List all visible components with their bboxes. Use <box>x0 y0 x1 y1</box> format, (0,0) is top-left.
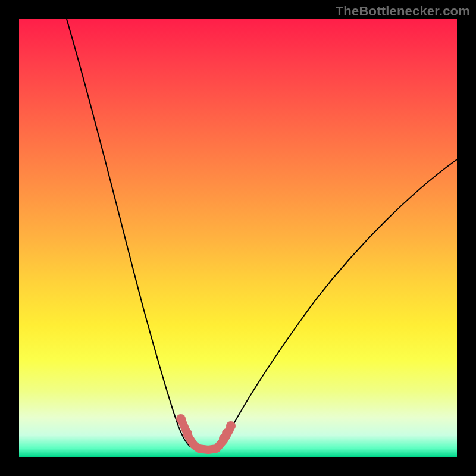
marker-dot <box>183 429 192 439</box>
plot-area <box>19 19 457 457</box>
chart-frame: TheBottlenecker.com <box>0 0 476 476</box>
marker-dot <box>176 414 186 424</box>
marker-dot <box>226 421 236 431</box>
curve-svg <box>19 19 457 457</box>
right-curve <box>215 159 457 447</box>
left-curve <box>67 19 193 447</box>
watermark-text: TheBottlenecker.com <box>336 4 470 19</box>
